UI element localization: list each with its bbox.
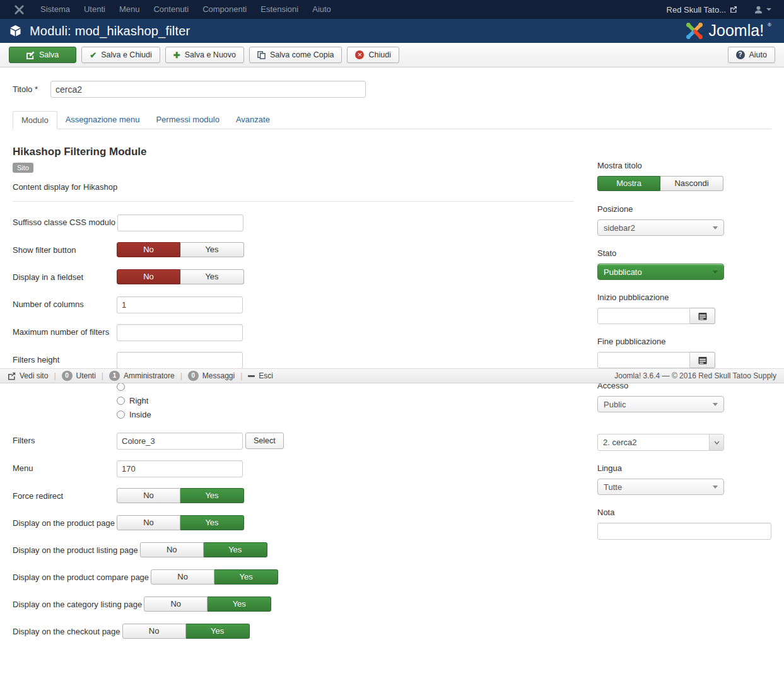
menu-aiuto[interactable]: Aiuto [305,0,338,19]
filters-label: Filters [13,433,117,449]
user-menu[interactable] [754,5,771,15]
show-title-mostra[interactable]: Mostra [597,176,660,191]
max-filters-input[interactable] [117,324,243,341]
save-copy-button[interactable]: Salva come Copia [249,47,342,63]
tab-avanzate[interactable]: Avanzate [228,111,278,129]
position-select[interactable]: sidebar2 [597,219,724,236]
joomla-logo: Joomla! ® [684,21,771,41]
radio-option-inside[interactable]: Inside [117,407,151,421]
force-redirect-no[interactable]: No [117,488,180,503]
users-status[interactable]: 0 Utenti [62,371,96,381]
save-close-button[interactable]: ✔ Salva e Chiudi [81,47,160,63]
field-order: 2. cerca2 [597,434,771,451]
tab-assegnazione-menu[interactable]: Assegnazione menu [57,111,148,129]
publish-start-combo [597,308,771,324]
compare-page-yes[interactable]: Yes [214,569,278,585]
admin-status[interactable]: 1 Amministratore [109,371,175,381]
separator: | [180,371,182,380]
order-value: 2. cerca2 [598,438,709,447]
checkout-page-no[interactable]: No [122,624,186,639]
checkout-page-toggle: No Yes [122,624,250,639]
toolbar: Salva ✔ Salva e Chiudi ✚ Salva e Nuovo S… [0,43,784,67]
fieldset-no[interactable]: No [117,269,180,284]
menu-sistema[interactable]: Sistema [33,0,77,19]
messages-status[interactable]: 0 Messaggi [188,371,235,381]
product-page-yes[interactable]: Yes [180,515,244,530]
close-icon: ✕ [355,50,364,59]
tab-bar: Modulo Assegnazione menu Permessi modulo… [13,111,771,129]
listing-page-no[interactable]: No [140,542,204,557]
logout-link[interactable]: Esci [248,371,273,380]
access-value: Public [604,400,626,409]
publish-start-calendar-button[interactable] [690,308,715,324]
field-show-filter-button: Show filter button No Yes [13,242,574,259]
publish-start-input[interactable] [597,308,690,324]
view-site-icon [8,372,16,380]
plus-icon: ✚ [173,50,180,60]
separator: | [240,371,242,380]
menu-contenuti[interactable]: Contenuti [146,0,196,19]
product-page-no[interactable]: No [117,515,180,530]
listing-page-yes[interactable]: Yes [204,542,267,557]
user-icon [754,5,763,15]
compare-page-toggle: No Yes [151,569,278,585]
radio-option-right[interactable]: Right [117,393,151,407]
radio-icon [117,410,125,419]
checkout-page-label: Display on the checkout page [13,624,122,640]
chevron-down-icon [766,8,771,11]
page-title: Moduli: mod_hikashop_filter [30,24,190,38]
show-title-nascondi[interactable]: Nascondi [660,176,723,191]
language-select[interactable]: Tutte [597,479,724,495]
title-input[interactable] [50,81,366,98]
publish-end-input[interactable] [597,352,690,368]
save-button[interactable]: Salva [9,47,76,63]
publish-end-calendar-button[interactable] [690,352,715,368]
order-select[interactable]: 2. cerca2 [597,434,724,451]
tab-permessi-modulo[interactable]: Permessi modulo [148,111,227,129]
field-publish-start: Inizio pubblicazione [597,293,771,324]
number-columns-input[interactable] [117,296,243,313]
compare-page-no[interactable]: No [151,569,214,585]
access-select[interactable]: Public [597,396,724,412]
show-filter-no[interactable]: No [117,242,180,257]
checkout-page-yes[interactable]: Yes [186,624,250,639]
close-button[interactable]: ✕ Chiudi [347,47,399,63]
admin-status-bar: Vedi sito | 0 Utenti | 1 Amministratore … [0,368,784,383]
logout-icon [248,375,255,377]
calendar-icon [698,312,707,320]
messages-count-badge: 0 [188,371,199,381]
force-redirect-yes[interactable]: Yes [180,488,244,503]
category-page-yes[interactable]: Yes [208,597,271,612]
copy-icon [257,51,266,59]
status-select[interactable]: Pubblicato [597,264,724,280]
help-button[interactable]: ? Aiuto [728,47,776,63]
menu-estensioni[interactable]: Estensioni [254,0,305,19]
save-close-label: Salva e Chiudi [101,50,152,59]
tab-modulo[interactable]: Modulo [13,111,57,129]
filters-input[interactable] [117,433,243,450]
show-filter-label: Show filter button [13,242,117,259]
menu-menu[interactable]: Menu [112,0,147,19]
field-number-columns: Number of columns [13,296,574,313]
site-preview-link[interactable]: Red Skull Tato... [667,5,737,15]
show-filter-yes[interactable]: Yes [180,242,244,257]
fieldset-yes[interactable]: Yes [180,269,244,284]
field-show-title: Mostra titolo Mostra Nascondi [597,161,771,191]
view-site-link[interactable]: Vedi sito [8,371,48,380]
title-field-label: Titolo * [13,84,43,94]
menu-utenti[interactable]: Utenti [77,0,112,19]
save-new-button[interactable]: ✚ Salva e Nuovo [165,47,244,63]
note-input[interactable] [597,523,771,540]
save-edit-icon [26,51,35,59]
filters-height-input[interactable] [117,352,243,369]
category-page-no[interactable]: No [144,597,208,612]
filters-select-button[interactable]: Select [245,433,284,449]
field-compare-page: Display on the product compare page No Y… [13,569,574,586]
menu-componenti[interactable]: Componenti [196,0,254,19]
force-redirect-toggle: No Yes [117,488,244,503]
position-label: Posizione [597,204,771,214]
menu-input[interactable] [117,460,243,477]
field-checkout-page: Display on the checkout page No Yes [13,624,574,640]
help-label: Aiuto [749,50,768,59]
css-suffix-input[interactable] [117,214,243,231]
